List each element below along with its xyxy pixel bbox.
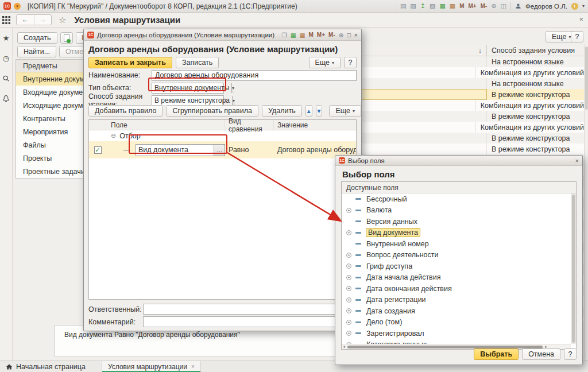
rule-checkbox[interactable]: ✓ xyxy=(94,146,102,154)
expand-icon[interactable]: + xyxy=(346,308,351,313)
dialog-help-button[interactable]: ? xyxy=(344,57,357,68)
comment-input[interactable] xyxy=(143,316,357,327)
memory-m-minus-button[interactable]: M- xyxy=(481,3,488,9)
field-item[interactable]: +Бессрочный xyxy=(342,193,576,205)
expand-icon[interactable]: + xyxy=(346,331,351,336)
print-preview-icon[interactable]: ▨ xyxy=(430,2,435,10)
field-column-header[interactable]: Поле xyxy=(106,120,225,130)
current-user[interactable]: Федоров О.Л. xyxy=(525,3,567,10)
help-button[interactable]: ? xyxy=(564,348,577,360)
expand-icon[interactable]: + xyxy=(346,264,351,269)
notifications-bell-icon[interactable] xyxy=(2,95,10,102)
condition-method-select[interactable]: В режиме конструктора ▾ xyxy=(152,95,224,106)
tab-close-icon[interactable]: × xyxy=(191,363,195,370)
expand-icon[interactable]: + xyxy=(346,275,351,280)
field-item[interactable]: +Валюта xyxy=(342,205,576,216)
form-close-icon[interactable]: × xyxy=(579,15,583,24)
responsible-input[interactable] xyxy=(143,304,357,315)
cancel-button[interactable]: Отмена xyxy=(522,348,560,360)
add-rule-button[interactable]: Добавить правило xyxy=(88,105,163,117)
sidebar-item-files[interactable]: Файлы xyxy=(16,138,92,152)
memory-m-button[interactable]: M xyxy=(459,3,464,9)
move-up-button[interactable]: ▲ xyxy=(305,105,312,117)
tab-routing-conditions[interactable]: Условия маршрутизации × xyxy=(102,361,201,372)
expand-icon[interactable]: + xyxy=(346,320,351,325)
save-and-close-button[interactable]: Записать и закрыть xyxy=(88,57,172,68)
select-button[interactable]: Выбрать xyxy=(474,348,519,360)
expand-icon[interactable]: + xyxy=(346,208,351,213)
combo-dropdown-button[interactable]: ▾ xyxy=(232,96,235,106)
sidebar-item-internal-documents[interactable]: Внутренние документы xyxy=(16,72,92,86)
sidebar-item-outgoing-documents[interactable]: Исходящие документы xyxy=(16,99,92,112)
rule-compare-cell[interactable]: Равно xyxy=(225,146,274,154)
memory-m-minus-button[interactable]: M- xyxy=(328,32,335,38)
sidebar-item-project-tasks[interactable]: Проектные задачи xyxy=(16,165,92,178)
collapse-group-icon[interactable]: ⊖ xyxy=(111,132,116,140)
calendar-icon[interactable]: ▦ xyxy=(300,32,305,38)
memory-m-plus-button[interactable]: M+ xyxy=(469,3,477,9)
dialog-titlebar[interactable]: 1С Договор аренды оборудования (Условие … xyxy=(84,29,361,41)
home-page-button[interactable]: Начальная страница xyxy=(6,363,86,371)
sidebar-item-events[interactable]: Мероприятия xyxy=(16,125,92,138)
expand-icon[interactable]: + xyxy=(346,286,351,291)
field-item-selected[interactable]: +Вид документа xyxy=(342,227,576,239)
column-method-header[interactable]: Способ задания условия xyxy=(487,45,584,56)
sidebar-item-incoming-documents[interactable]: Входящие документы xyxy=(16,86,92,99)
calendar-icon[interactable]: ▦ xyxy=(450,2,455,10)
scrollbar-thumb[interactable] xyxy=(572,195,575,343)
back-button[interactable]: ← xyxy=(17,15,34,25)
value-column-header[interactable]: Значение xyxy=(274,120,356,130)
calculator-icon[interactable]: ▦ xyxy=(439,2,445,10)
history-icon[interactable]: ◷ xyxy=(3,55,9,62)
copy-icon[interactable]: ❐ xyxy=(281,32,287,38)
scrollbar-thumb[interactable] xyxy=(585,46,588,110)
expand-icon[interactable]: + xyxy=(346,253,351,258)
zoom-icon[interactable]: ⊕ xyxy=(491,2,496,10)
field-item[interactable]: +Дело (том) xyxy=(342,317,576,328)
field-item[interactable]: +Гриф доступа xyxy=(342,261,576,272)
list-help-button[interactable]: ? xyxy=(571,31,583,42)
field-item[interactable]: +Дата создания xyxy=(342,305,576,317)
maximize-icon[interactable]: □ xyxy=(347,32,351,38)
close-icon[interactable]: × xyxy=(575,157,579,164)
zoom-icon[interactable]: ⊕ xyxy=(339,32,344,38)
dialog-more-button[interactable]: Еще ▾ xyxy=(309,57,341,68)
scrollbar-thumb[interactable] xyxy=(347,346,543,348)
field-item[interactable]: +Внутренний номер xyxy=(342,238,576,250)
calculator-icon[interactable]: ▦ xyxy=(291,32,296,38)
dropdown-icon[interactable]: ▾ xyxy=(582,3,585,9)
main-menu-button[interactable] xyxy=(0,13,13,28)
field-item[interactable]: +Зарегистрировал xyxy=(342,328,576,339)
field-item[interactable]: +Дата регистрации xyxy=(342,294,576,306)
columns-icon[interactable]: ◫ xyxy=(501,2,506,10)
upload-icon[interactable]: ↥ xyxy=(420,2,425,10)
field-item[interactable]: +Версия данных xyxy=(342,216,576,227)
print-icon[interactable]: ▨ xyxy=(410,2,416,10)
close-icon[interactable]: × xyxy=(354,32,358,38)
rules-more-button[interactable]: Еще ▾ xyxy=(329,105,361,117)
vertical-scrollbar[interactable] xyxy=(571,193,576,344)
field-item[interactable]: +Дата начала действия xyxy=(342,272,576,284)
combo-dropdown-button[interactable]: ▾ xyxy=(231,83,234,93)
favorite-star-icon[interactable]: ☆ xyxy=(59,15,66,25)
info-icon[interactable]: i xyxy=(571,3,578,10)
field-item[interactable]: +Дата окончания действия xyxy=(342,283,576,294)
sidebar-item-projects[interactable]: Проекты xyxy=(16,152,92,165)
save-icon[interactable]: ▤ xyxy=(400,2,406,10)
create-button[interactable]: Создать xyxy=(17,32,57,44)
memory-m-plus-button[interactable]: M+ xyxy=(317,32,325,38)
search-icon[interactable] xyxy=(2,75,10,82)
field-item[interactable]: +Вопрос деятельности xyxy=(342,250,576,261)
find-ellipsis-button[interactable]: Найти... xyxy=(17,46,56,57)
group-rules-button[interactable]: Сгруппировать правила xyxy=(166,105,258,117)
memory-m-button[interactable]: M xyxy=(309,32,314,38)
dialog-titlebar[interactable]: 1С Выбор поля × xyxy=(335,156,582,166)
sidebar-item-counterparties[interactable]: Контрагенты xyxy=(16,112,92,125)
delete-rule-button[interactable]: Удалить xyxy=(262,105,302,117)
app-menu-icon[interactable]: ▾ xyxy=(14,3,21,10)
table-scrollbar[interactable] xyxy=(584,45,588,359)
scroll-left-icon[interactable]: ◂ xyxy=(342,344,346,349)
expand-icon[interactable]: + xyxy=(346,297,351,303)
compare-column-header[interactable]: Вид сравнения xyxy=(225,120,274,130)
favorites-icon[interactable]: ★ xyxy=(3,34,10,42)
